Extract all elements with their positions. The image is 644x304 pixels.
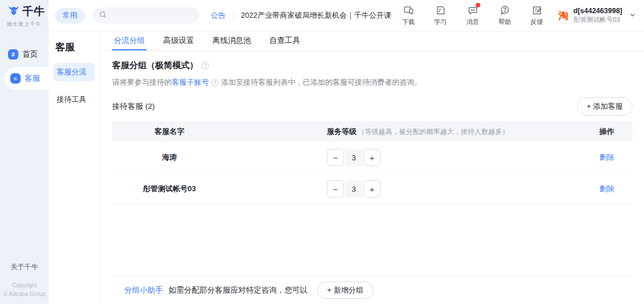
announcement-separator: ｜ [230, 10, 237, 21]
download-button[interactable]: 下载 [393, 5, 425, 26]
delete-link[interactable]: 删除 [599, 184, 614, 193]
home-icon: # [8, 49, 18, 60]
tab-advanced-settings[interactable]: 高级设置 [161, 31, 196, 50]
header-agent-name: 客服名字 [112, 127, 227, 137]
group-assistant-text: 如需分配部分客服应对特定咨询，您可以 [169, 285, 308, 295]
section-title: 客服分组（极简模式） [112, 60, 198, 71]
messages-button[interactable]: 消息 [457, 5, 489, 26]
sidebar-item-home[interactable]: # 首页 [0, 43, 49, 66]
subnav-item-reception-tools[interactable]: 接待工具 [53, 90, 95, 109]
level-value[interactable]: 3 [345, 149, 362, 166]
account-id: d[s442463998] [574, 7, 622, 15]
subaccount-link[interactable]: 客服子账号 [172, 77, 209, 88]
description-text: 请将要参与接待的 [112, 77, 172, 88]
learn-button[interactable]: 学习 [425, 5, 457, 26]
subaccount-help-icon[interactable] [211, 79, 219, 86]
sidebar-item-label: 客服 [25, 73, 40, 84]
decrease-level-button[interactable]: − [327, 180, 344, 198]
group-assistant-label: 分组小助手 [124, 285, 163, 295]
announcement-label: 公告 [211, 10, 226, 21]
feedback-label: 反馈 [531, 18, 543, 26]
increase-level-button[interactable]: + [364, 149, 381, 166]
table-header: 客服名字 服务等级（等级越高，被分配的概率越大，接待人数越多） 操作 [112, 121, 633, 142]
table-row: 彤管测试帐号03 − 3 + 删除 [112, 173, 633, 205]
help-icon [499, 5, 511, 16]
reception-count-label: 接待客服 (2) [112, 101, 155, 112]
subnav-item-routing[interactable]: 客服分流 [53, 63, 95, 81]
topbar-actions: 下载 学习 消息 帮助 反馈 [393, 5, 553, 26]
chevron-down-icon[interactable] [629, 11, 636, 20]
search-input[interactable] [110, 11, 193, 19]
add-group-button[interactable]: + 新增分组 [317, 282, 374, 299]
tab-self-check-tools[interactable]: 自查工具 [268, 31, 302, 50]
sidebar-item-label: 首页 [22, 49, 38, 60]
table-row: 海涛 − 3 + 删除 [112, 142, 633, 173]
learn-icon [435, 5, 447, 16]
section-description: 请将要参与接待的 客服子账号 添加至接待客服列表中，已添加的客服可接待消费者的咨… [112, 77, 633, 88]
agent-table: 客服名字 服务等级（等级越高，被分配的概率越大，接待人数越多） 操作 海涛 − … [112, 121, 633, 205]
learn-label: 学习 [434, 18, 447, 26]
primary-sidebar: # 首页 ≡ 客服 关于千牛 Copyright © Alibaba Group [0, 31, 49, 304]
qianniu-bull-icon [7, 4, 21, 19]
app-logo: 千牛 做生意上千牛 [0, 0, 49, 31]
announcement-text[interactable]: 2022产业带商家破局增长新机会｜千牛公开课 [241, 10, 392, 21]
help-label: 帮助 [499, 18, 511, 26]
tab-routing-groups[interactable]: 分流分组 [112, 31, 147, 50]
account-menu[interactable]: 淘 d[s442463998] 彤管测试帐号03 [559, 7, 622, 24]
description-text: 添加至接待客服列表中，已添加的客服可接待消费者的咨询。 [221, 77, 422, 88]
copyright-text: Copyright © Alibaba Group [0, 281, 49, 298]
increase-level-button[interactable]: + [364, 180, 381, 198]
top-bar: 千牛 做生意上千牛 常用 公告 ｜ 2022产业带商家破局增长新机会｜千牛公开课… [0, 0, 644, 31]
add-agent-button[interactable]: + 添加客服 [577, 97, 633, 116]
level-value[interactable]: 3 [345, 180, 362, 198]
help-button[interactable]: 帮助 [489, 5, 521, 26]
sidebar-item-customer-service[interactable]: ≡ 客服 [5, 67, 49, 90]
tab-offline-message-pool[interactable]: 离线消息池 [211, 31, 253, 50]
app-title: 千牛 [22, 4, 45, 19]
taobao-icon: 淘 [559, 11, 568, 21]
agent-name: 海涛 [112, 152, 227, 163]
feedback-button[interactable]: 反馈 [521, 5, 553, 26]
about-qianniu-link[interactable]: 关于千牛 [0, 262, 49, 272]
subnav-title: 客服 [56, 41, 95, 54]
agent-name: 彤管测试帐号03 [112, 184, 227, 194]
search-icon [98, 10, 107, 21]
secondary-sidebar: 客服 客服分流 接待工具 [49, 31, 100, 304]
feedback-icon [531, 5, 543, 16]
title-help-icon[interactable] [202, 62, 209, 69]
decrease-level-button[interactable]: − [327, 149, 344, 166]
announcement-bar: 公告 ｜ 2022产业带商家破局增长新机会｜千牛公开课 [211, 10, 391, 21]
download-label: 下载 [402, 18, 415, 26]
service-level-note: （等级越高，被分配的概率越大，接待人数越多） [358, 128, 509, 136]
account-name: 彤管测试帐号03 [574, 15, 622, 24]
service-level-stepper: − 3 + [327, 180, 381, 198]
search-box[interactable] [93, 7, 199, 23]
tab-bar: 分流分组 高级设置 离线消息池 自查工具 [100, 31, 644, 51]
header-service-level: 服务等级（等级越高，被分配的概率越大，接待人数越多） [227, 127, 581, 137]
group-assistant-footer: 分组小助手 如需分配部分客服应对特定咨询，您可以 + 新增分组 [112, 275, 633, 304]
download-icon [403, 5, 414, 16]
service-level-stepper: − 3 + [327, 149, 381, 166]
delete-link[interactable]: 删除 [599, 153, 614, 161]
main-content: 分流分组 高级设置 离线消息池 自查工具 客服分组（极简模式） 请将要参与接待的… [100, 31, 644, 304]
header-action: 操作 [581, 127, 633, 137]
unread-badge-dot [476, 3, 480, 7]
quick-access-button[interactable]: 常用 [55, 8, 85, 23]
customer-service-icon: ≡ [10, 73, 21, 84]
app-tagline: 做生意上千牛 [7, 21, 49, 28]
messages-label: 消息 [467, 18, 479, 26]
routing-group-section: 客服分组（极简模式） 请将要参与接待的 客服子账号 添加至接待客服列表中，已添加… [100, 51, 644, 304]
